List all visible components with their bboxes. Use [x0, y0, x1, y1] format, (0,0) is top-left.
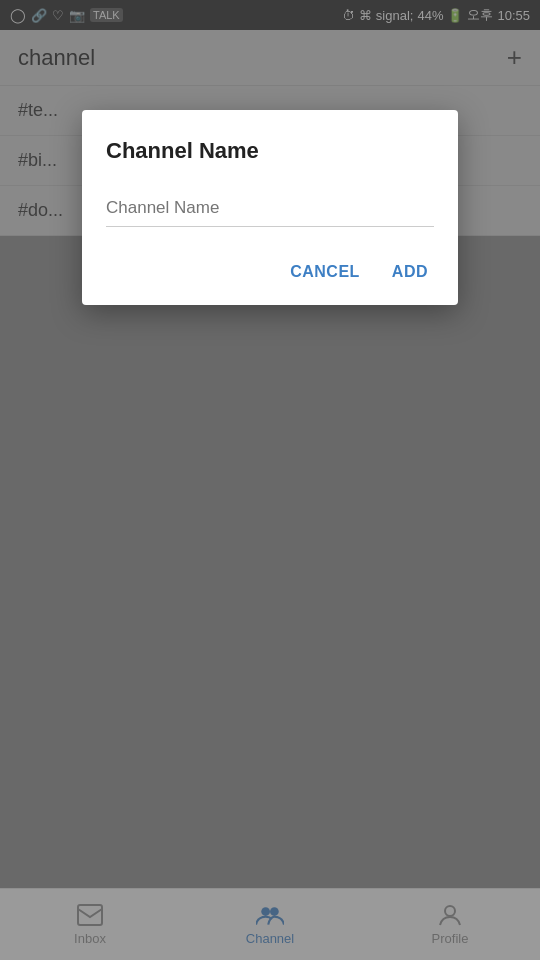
channel-name-input[interactable] [106, 192, 434, 227]
dialog-title: Channel Name [106, 138, 434, 164]
cancel-button[interactable]: CANCEL [284, 259, 366, 285]
dialog-channel-name: Channel Name CANCEL ADD [82, 110, 458, 305]
add-button[interactable]: ADD [386, 259, 434, 285]
dialog-actions: CANCEL ADD [106, 259, 434, 285]
